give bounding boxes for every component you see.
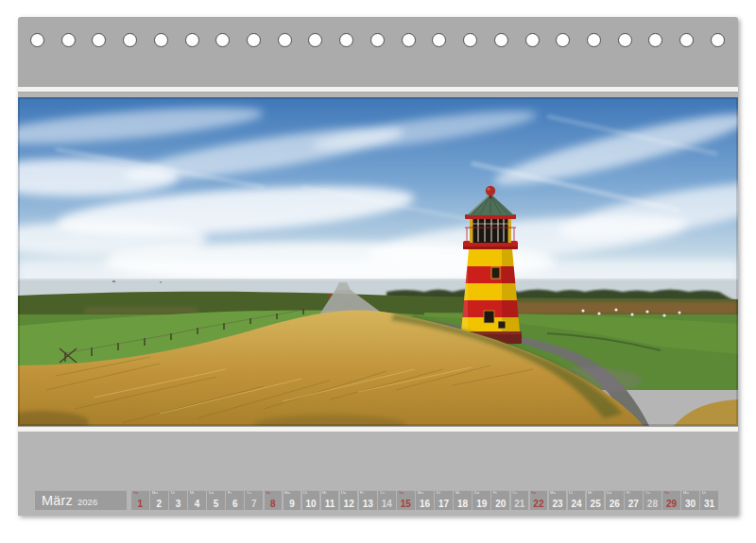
day-cell-22: So22 — [530, 490, 548, 510]
binding-hole — [679, 33, 694, 47]
weekday-abbr: So — [399, 491, 404, 495]
lighthouse-landscape-photo — [18, 97, 738, 426]
day-number: 17 — [435, 500, 453, 509]
day-number: 4 — [188, 500, 206, 509]
binding-hole — [587, 33, 601, 47]
weekday-abbr: So — [664, 491, 669, 495]
weekday-abbr: So — [531, 491, 536, 495]
day-number: 18 — [454, 500, 472, 509]
weekday-abbr: Di — [437, 491, 440, 495]
day-number: 2 — [150, 500, 168, 509]
weekday-abbr: Di — [569, 491, 573, 495]
day-cell-2: Mo2 — [150, 490, 168, 510]
day-cell-29: So29 — [662, 490, 680, 510]
year-label: 2026 — [77, 497, 97, 507]
binding-hole — [92, 33, 106, 47]
day-number: 14 — [378, 500, 396, 509]
month-name: März — [42, 493, 73, 508]
day-number: 30 — [681, 500, 699, 509]
weekday-abbr: Fr — [360, 491, 364, 495]
day-cell-28: Sa28 — [644, 490, 662, 510]
day-cell-13: Fr13 — [359, 490, 377, 510]
binding-hole — [432, 33, 446, 47]
weekday-abbr: Mi — [588, 491, 592, 495]
day-cell-5: Do5 — [207, 490, 225, 510]
binding-holes-row — [18, 17, 738, 47]
day-cell-12: Do12 — [340, 490, 358, 510]
day-number: 9 — [284, 500, 301, 509]
weekday-abbr: Sa — [247, 491, 251, 495]
day-cell-20: Fr20 — [491, 490, 509, 510]
binding-hole — [215, 33, 230, 47]
weekday-abbr: Fr — [493, 491, 497, 495]
weekday-abbr: Di — [303, 491, 307, 495]
day-cell-26: Do26 — [606, 490, 624, 510]
day-number: 3 — [169, 500, 187, 509]
binding-hole — [618, 33, 632, 47]
day-number: 21 — [511, 500, 529, 509]
day-cell-30: Mo30 — [681, 490, 699, 510]
day-cell-4: Mi4 — [188, 490, 206, 510]
binding-hole — [123, 33, 137, 47]
weekday-abbr: Mi — [455, 491, 459, 495]
weekday-abbr: Di — [702, 491, 706, 495]
day-number: 24 — [568, 500, 586, 509]
spiral-binding-bar — [18, 17, 738, 87]
weekday-abbr: Mi — [322, 491, 326, 495]
day-number: 12 — [340, 500, 358, 509]
day-number: 25 — [587, 500, 605, 509]
day-cell-8: So8 — [265, 490, 283, 510]
binding-hole — [278, 33, 292, 47]
weekday-abbr: Sa — [512, 491, 517, 495]
day-number: 11 — [321, 500, 339, 509]
binding-hole — [30, 33, 44, 47]
day-cell-9: Mo9 — [284, 490, 301, 510]
binding-hole — [247, 33, 261, 47]
weekday-abbr: Mo — [418, 491, 423, 495]
binding-hole — [463, 33, 477, 47]
binding-hole — [711, 33, 725, 47]
day-cell-18: Mi18 — [454, 490, 472, 510]
day-number: 1 — [131, 500, 149, 509]
weekday-abbr: Sa — [645, 491, 650, 495]
binding-hole — [556, 33, 570, 47]
weekday-abbr: Do — [209, 491, 214, 495]
day-cell-19: Do19 — [472, 490, 490, 510]
day-number: 19 — [472, 500, 490, 509]
day-number: 22 — [530, 500, 548, 509]
day-number: 15 — [397, 500, 415, 509]
binding-hole — [370, 33, 385, 47]
day-cell-31: Di31 — [700, 490, 718, 510]
day-number: 16 — [416, 500, 434, 509]
day-number: 28 — [644, 500, 662, 509]
binding-hole — [154, 33, 168, 47]
binding-hole — [648, 33, 662, 47]
day-cell-24: Di24 — [568, 490, 586, 510]
day-cell-17: Di17 — [435, 490, 453, 510]
weekday-abbr: So — [266, 491, 270, 495]
day-number: 13 — [359, 500, 377, 509]
weekday-abbr: Sa — [380, 491, 385, 495]
day-cells-row: So1Mo2Di3Mi4Do5Fr6Sa7So8Mo9Di10Mi11Do12F… — [131, 490, 718, 510]
page-edge-bottom — [18, 426, 738, 432]
day-number: 8 — [265, 500, 283, 509]
weekday-abbr: Di — [171, 491, 175, 495]
day-cell-6: Fr6 — [226, 490, 244, 510]
binding-hole — [61, 33, 76, 47]
day-number: 27 — [625, 500, 643, 509]
day-cell-10: Di10 — [302, 490, 320, 510]
day-cell-3: Di3 — [169, 490, 187, 510]
calendar-product-view: März 2026 So1Mo2Di3Mi4Do5Fr6Sa7So8Mo9Di1… — [0, 0, 756, 543]
day-cell-7: Sa7 — [245, 490, 263, 510]
day-cell-15: So15 — [397, 490, 415, 510]
day-number: 10 — [302, 500, 320, 509]
month-label-box: März 2026 — [35, 490, 127, 510]
weekday-abbr: Mo — [284, 491, 290, 495]
day-number: 6 — [226, 500, 244, 509]
binding-hole — [308, 33, 322, 47]
day-cell-11: Mi11 — [321, 490, 339, 510]
weekday-abbr: Fr — [627, 491, 630, 495]
weekday-abbr: Do — [474, 491, 479, 495]
day-cell-16: Mo16 — [416, 490, 434, 510]
weekday-abbr: So — [133, 491, 138, 495]
